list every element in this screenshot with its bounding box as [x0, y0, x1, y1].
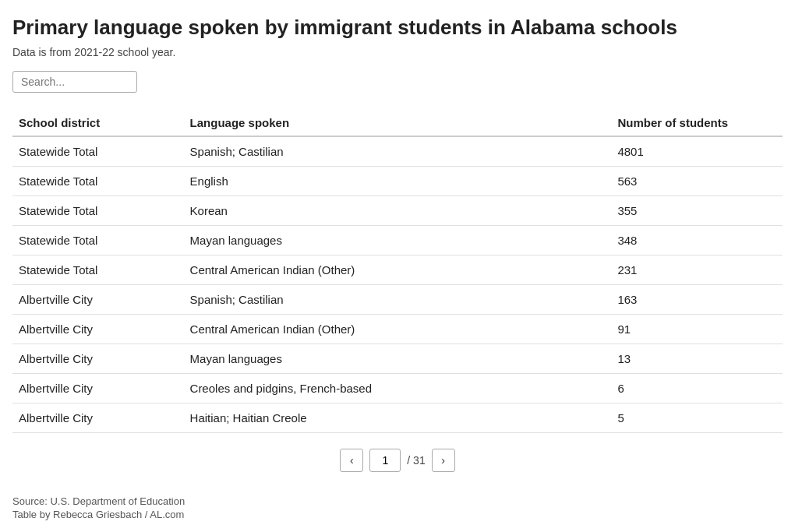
cell-language: English — [184, 167, 612, 196]
table-row: Statewide TotalMayan languages348 — [12, 226, 783, 255]
cell-district: Statewide Total — [12, 226, 184, 255]
cell-language: Central American Indian (Other) — [184, 255, 612, 285]
cell-count: 91 — [611, 315, 783, 344]
cell-district: Albertville City — [12, 344, 184, 374]
cell-language: Central American Indian (Other) — [184, 315, 612, 344]
cell-language: Mayan languages — [184, 344, 612, 374]
cell-district: Statewide Total — [12, 196, 184, 226]
search-input[interactable] — [12, 71, 137, 93]
page-subtitle: Data is from 2021-22 school year. — [12, 46, 783, 58]
page-total: / 31 — [407, 454, 425, 467]
cell-district: Albertville City — [12, 285, 184, 315]
cell-count: 5 — [611, 403, 783, 433]
cell-language: Mayan languages — [184, 226, 612, 255]
footer: Source: U.S. Department of Education Tab… — [12, 495, 783, 520]
cell-district: Albertville City — [12, 374, 184, 403]
prev-page-button[interactable]: ‹ — [340, 449, 363, 472]
col-header-district: School district — [12, 108, 184, 136]
cell-language: Spanish; Castilian — [184, 285, 612, 315]
table-row: Statewide TotalCentral American Indian (… — [12, 255, 783, 285]
table-row: Albertville CitySpanish; Castilian163 — [12, 285, 783, 315]
search-container — [12, 71, 783, 93]
next-page-button[interactable]: › — [432, 449, 455, 472]
cell-count: 4801 — [611, 136, 783, 167]
cell-count: 13 — [611, 344, 783, 374]
col-header-count: Number of students — [611, 108, 783, 136]
table-row: Albertville CityMayan languages13 — [12, 344, 783, 374]
cell-district: Statewide Total — [12, 167, 184, 196]
table-row: Albertville CityCentral American Indian … — [12, 315, 783, 344]
cell-count: 163 — [611, 285, 783, 315]
page-number-input[interactable] — [369, 449, 401, 472]
cell-language: Haitian; Haitian Creole — [184, 403, 612, 433]
cell-language: Korean — [184, 196, 612, 226]
source-text: Source: U.S. Department of Education — [12, 495, 783, 507]
cell-language: Spanish; Castilian — [184, 136, 612, 167]
pagination: ‹ / 31 › — [12, 449, 783, 472]
cell-language: Creoles and pidgins, French-based — [184, 374, 612, 403]
cell-count: 6 — [611, 374, 783, 403]
cell-district: Statewide Total — [12, 255, 184, 285]
col-header-language: Language spoken — [184, 108, 612, 136]
table-row: Statewide TotalSpanish; Castilian4801 — [12, 136, 783, 167]
cell-district: Albertville City — [12, 315, 184, 344]
cell-district: Albertville City — [12, 403, 184, 433]
table-header-row: School district Language spoken Number o… — [12, 108, 783, 136]
cell-count: 355 — [611, 196, 783, 226]
page-title: Primary language spoken by immigrant stu… — [12, 16, 783, 40]
credit-text: Table by Rebecca Griesbach / AL.com — [12, 509, 783, 520]
cell-count: 563 — [611, 167, 783, 196]
table-row: Statewide TotalEnglish563 — [12, 167, 783, 196]
cell-count: 231 — [611, 255, 783, 285]
data-table: School district Language spoken Number o… — [12, 108, 783, 433]
table-row: Albertville CityHaitian; Haitian Creole5 — [12, 403, 783, 433]
cell-count: 348 — [611, 226, 783, 255]
table-row: Statewide TotalKorean355 — [12, 196, 783, 226]
table-row: Albertville CityCreoles and pidgins, Fre… — [12, 374, 783, 403]
cell-district: Statewide Total — [12, 136, 184, 167]
